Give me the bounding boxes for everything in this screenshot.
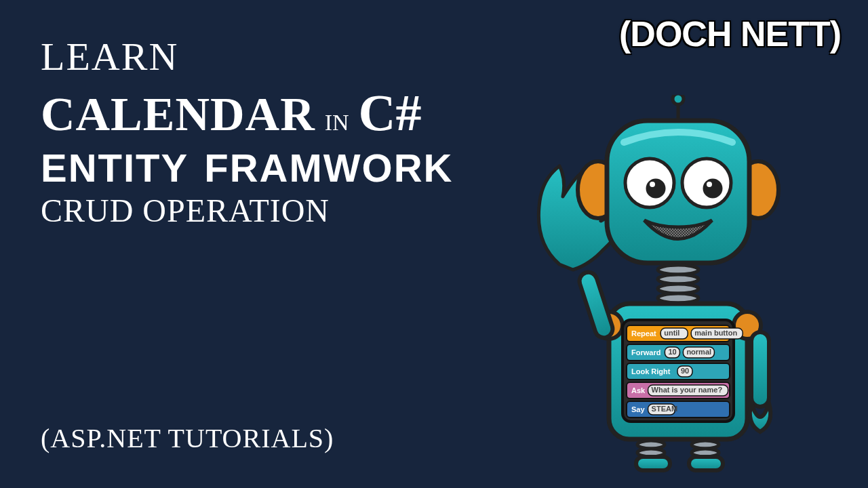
- svg-text:Look Right: Look Right: [631, 367, 671, 375]
- svg-text:10: 10: [668, 348, 676, 356]
- svg-text:STEAM: STEAM: [652, 405, 678, 413]
- svg-text:Forward: Forward: [631, 348, 660, 357]
- subtitle-bottom: (ASP.NET TUTORIALS): [41, 422, 334, 454]
- svg-point-10: [650, 182, 655, 187]
- svg-text:Say: Say: [631, 405, 645, 413]
- code-row: AskWhat is your name?: [627, 382, 730, 399]
- title-block: LEARN CALENDAR IN C# ENTITY FRAMWORK CRU…: [41, 34, 515, 229]
- svg-text:until: until: [664, 329, 679, 337]
- title-calendar: CALENDAR: [41, 87, 315, 142]
- title-entity: ENTITY FRAMWORK: [41, 145, 515, 190]
- svg-text:normal: normal: [686, 348, 711, 356]
- svg-rect-50: [636, 457, 670, 470]
- svg-point-8: [648, 180, 664, 197]
- svg-text:Repeat: Repeat: [631, 329, 656, 338]
- code-row: Look Right90: [627, 363, 730, 380]
- title-learn: LEARN: [41, 34, 515, 79]
- svg-rect-51: [689, 457, 723, 470]
- svg-point-2: [673, 95, 684, 104]
- brand-text: (DOCH NETT): [619, 14, 841, 54]
- title-csharp: C#: [359, 83, 422, 142]
- svg-text:90: 90: [681, 367, 689, 375]
- svg-rect-19: [751, 332, 769, 407]
- svg-rect-20: [577, 270, 615, 340]
- svg-point-9: [705, 180, 721, 197]
- robot-head-icon: [607, 121, 749, 263]
- code-row: SaySTEAM: [627, 401, 730, 418]
- svg-text:What is your name?: What is your name?: [652, 386, 723, 394]
- title-crud: CRUD OPERATION: [41, 192, 515, 229]
- svg-point-11: [707, 182, 712, 187]
- code-row: Repeatuntilmain button: [627, 325, 743, 342]
- title-in: IN: [325, 110, 349, 136]
- robot-illustration: Repeatuntilmain buttonForward10normalLoo…: [522, 95, 821, 474]
- title-calendar-row: CALENDAR IN C#: [41, 83, 515, 142]
- svg-text:Ask: Ask: [631, 386, 646, 394]
- svg-text:main button: main button: [694, 329, 737, 337]
- code-row: Forward10normal: [627, 344, 730, 361]
